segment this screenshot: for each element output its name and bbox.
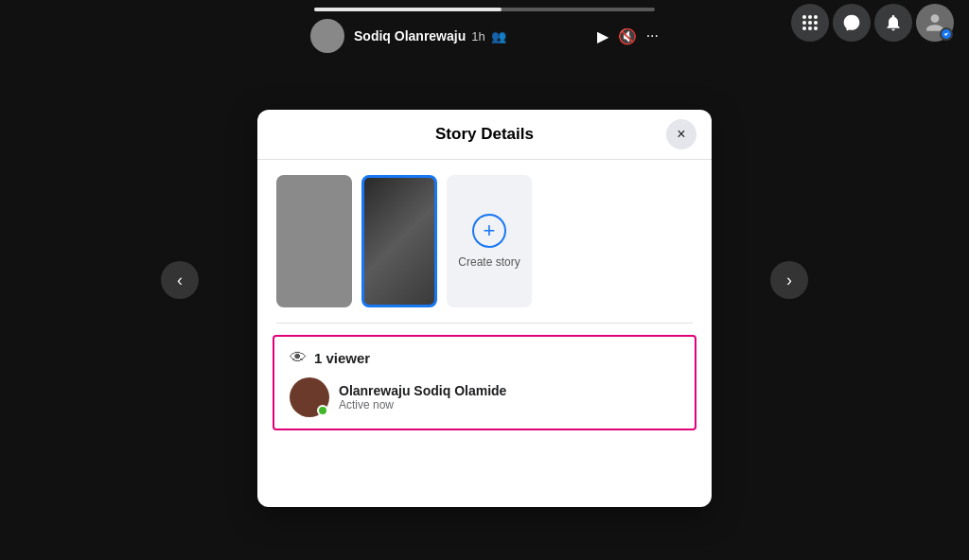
create-story-label: Create story — [458, 255, 520, 269]
svg-point-4 — [808, 21, 812, 25]
story-thumbnail-1[interactable] — [276, 175, 352, 307]
viewers-count: 1 viewer — [314, 350, 370, 366]
modal-header: Story Details × — [257, 110, 712, 160]
svg-point-2 — [814, 15, 818, 19]
story-details-modal: Story Details × + Create story 👁 1 viewe… — [257, 110, 712, 507]
next-story-button[interactable]: › — [770, 261, 808, 299]
viewers-header: 👁 1 viewer — [290, 348, 679, 368]
prev-arrow-icon: ‹ — [177, 271, 183, 290]
viewer-status: Active now — [339, 398, 679, 411]
viewer-item[interactable]: Olanrewaju Sodiq Olamide Active now — [290, 377, 679, 417]
viewers-section: 👁 1 viewer Olanrewaju Sodiq Olamide Acti… — [273, 335, 696, 430]
svg-point-7 — [808, 26, 812, 30]
story-thumbnails: + Create story — [257, 160, 712, 323]
online-indicator — [317, 405, 328, 416]
top-bar — [0, 0, 969, 45]
apps-button[interactable] — [791, 4, 829, 42]
close-icon: × — [677, 126, 685, 143]
modal-close-button[interactable]: × — [666, 119, 696, 149]
viewer-avatar — [290, 377, 329, 417]
modal-divider — [276, 323, 693, 324]
eye-icon: 👁 — [290, 348, 307, 368]
notifications-button[interactable] — [874, 4, 912, 42]
create-story-thumbnail[interactable]: + Create story — [447, 175, 532, 307]
profile-button[interactable] — [916, 4, 954, 42]
prev-story-button[interactable]: ‹ — [161, 261, 199, 299]
next-arrow-icon: › — [786, 271, 792, 290]
svg-point-0 — [802, 15, 806, 19]
svg-point-1 — [808, 15, 812, 19]
svg-point-8 — [814, 26, 818, 30]
story-thumbnail-2[interactable] — [361, 175, 437, 307]
viewer-info: Olanrewaju Sodiq Olamide Active now — [339, 383, 679, 411]
messenger-button[interactable] — [833, 4, 871, 42]
create-plus-icon: + — [472, 214, 506, 248]
avatar-badge — [940, 27, 953, 41]
svg-point-6 — [802, 26, 806, 30]
viewer-name: Olanrewaju Sodiq Olamide — [339, 383, 679, 398]
modal-title: Story Details — [435, 125, 534, 144]
svg-point-5 — [814, 21, 818, 25]
top-bar-icons — [791, 4, 954, 42]
svg-point-3 — [802, 21, 806, 25]
